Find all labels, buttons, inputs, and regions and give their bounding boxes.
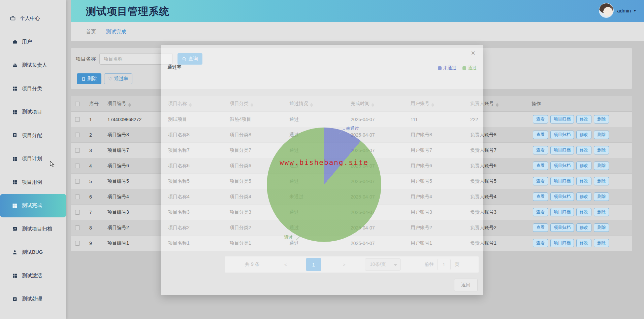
edit-button[interactable]: 修改 [576, 131, 591, 139]
column-header-no[interactable]: 序号 [86, 101, 106, 107]
sidebar-item-test-project[interactable]: 测试项目 [0, 100, 66, 124]
sidebar-item-test-bug[interactable]: 测试BUG [0, 241, 66, 264]
cell-code: 项目编号2 [106, 225, 167, 231]
delete-row-button[interactable]: 删除 [594, 131, 609, 139]
column-header-code[interactable]: 项目编号 [106, 101, 167, 107]
archive-button[interactable]: 项目归档 [550, 223, 574, 232]
pass-rate-modal: × 通过率 未通过 通过 未通过 通过 www.bishebang.site 返… [161, 45, 483, 295]
view-button[interactable]: 查看 [533, 208, 548, 216]
row-actions: 查看项目归档修改删除 [530, 192, 632, 201]
sidebar-item-label: 个人中心 [20, 15, 40, 22]
user-menu[interactable]: admin ▼ [599, 3, 637, 18]
delete-row-button[interactable]: 删除 [594, 146, 609, 154]
row-checkbox[interactable] [75, 179, 80, 184]
archive-button[interactable]: 项目归档 [550, 192, 574, 201]
delete-row-button[interactable]: 删除 [594, 177, 609, 185]
row-checkbox[interactable] [75, 117, 80, 122]
briefcase-icon [12, 63, 18, 68]
delete-row-button[interactable]: 删除 [594, 208, 609, 216]
edit-button[interactable]: 修改 [576, 162, 591, 170]
legend-item-pass[interactable]: 通过 [462, 65, 477, 71]
delete-row-button[interactable]: 删除 [594, 115, 609, 123]
sidebar-item-test-handle[interactable]: 测试处理 [0, 287, 66, 311]
close-icon[interactable]: × [471, 49, 475, 57]
cell-code: 项目编号3 [106, 209, 167, 215]
row-checkbox[interactable] [75, 241, 80, 246]
sort-icon[interactable] [128, 103, 131, 107]
back-button[interactable]: 返回 [454, 279, 478, 291]
view-button[interactable]: 查看 [533, 239, 548, 247]
sidebar-item-label: 测试处理 [22, 296, 42, 302]
edit-button[interactable]: 修改 [576, 208, 591, 216]
clipboard-icon [12, 133, 18, 138]
search-label: 项目名称 [76, 56, 96, 62]
archive-button[interactable]: 项目归档 [550, 131, 574, 139]
pass-rate-button[interactable]: ♡ 通过率 [104, 73, 132, 84]
view-button[interactable]: 查看 [533, 131, 548, 139]
user-avatar[interactable] [599, 3, 614, 18]
breadcrumb-current[interactable]: 测试完成 [106, 29, 126, 35]
row-checkbox[interactable] [75, 194, 80, 199]
edit-button[interactable]: 修改 [576, 177, 591, 185]
box-x-icon [12, 296, 18, 302]
select-all-checkbox[interactable] [75, 102, 80, 106]
cell-no: 4 [86, 163, 106, 169]
archive-button[interactable]: 项目归档 [550, 239, 574, 247]
top-header: 测试项目管理系统 admin ▼ [71, 0, 644, 22]
view-button[interactable]: 查看 [533, 223, 548, 232]
sidebar-item-personal-center[interactable]: 个人中心 [0, 7, 66, 30]
delete-row-button[interactable]: 删除 [594, 162, 609, 170]
delete-row-button[interactable]: 删除 [594, 223, 609, 232]
row-checkbox[interactable] [75, 148, 80, 153]
cell-no: 5 [86, 179, 106, 184]
view-button[interactable]: 查看 [533, 162, 548, 170]
sidebar-item-test-complete[interactable]: 测试完成 [0, 194, 66, 217]
edit-button[interactable]: 修改 [576, 192, 591, 201]
sidebar-item-project-category[interactable]: 项目分类 [0, 77, 66, 101]
sidebar-item-users[interactable]: 用户 [0, 30, 66, 54]
chart-icon [12, 226, 18, 232]
cell-no: 7 [86, 210, 106, 215]
cell-no: 2 [86, 132, 106, 138]
sidebar-item-label: 用户 [22, 39, 32, 45]
archive-button[interactable]: 项目归档 [550, 208, 574, 216]
archive-button[interactable]: 项目归档 [550, 146, 574, 154]
sidebar-item-test-activate[interactable]: 测试激活 [0, 264, 66, 288]
view-button[interactable]: 查看 [533, 177, 548, 185]
edit-button[interactable]: 修改 [576, 223, 591, 232]
archive-button[interactable]: 项目归档 [550, 162, 574, 170]
person-icon [12, 250, 18, 255]
archive-button[interactable]: 项目归档 [550, 115, 574, 123]
sidebar-item-test-leader[interactable]: 测试负责人 [0, 54, 66, 77]
delete-row-button[interactable]: 删除 [594, 239, 609, 247]
app-window: 个人中心 用户 测试负责人 项目分类 测试项目 [0, 0, 644, 319]
row-checkbox[interactable] [75, 210, 80, 215]
view-button[interactable]: 查看 [533, 115, 548, 123]
row-checkbox[interactable] [75, 133, 80, 137]
cell-code: 项目编号8 [106, 132, 167, 138]
sidebar-item-project-case[interactable]: 项目用例 [0, 171, 66, 194]
user-name: admin [617, 8, 631, 13]
view-button[interactable]: 查看 [533, 146, 548, 154]
delete-row-button[interactable]: 删除 [594, 192, 609, 201]
cell-code: 项目编号1 [106, 240, 167, 246]
edit-button[interactable]: 修改 [576, 146, 591, 154]
view-button[interactable]: 查看 [533, 192, 548, 201]
breadcrumb-home[interactable]: 首页 [86, 29, 96, 35]
sidebar-item-test-archive[interactable]: 测试项目归档 [0, 217, 66, 241]
pass-rate-pie-chart[interactable] [267, 128, 381, 242]
sidebar-item-project-assign[interactable]: 项目分配 [0, 124, 66, 147]
sidebar-item-project-plan[interactable]: 项目计划 [0, 147, 66, 171]
sidebar-item-label: 测试项目归档 [22, 226, 52, 232]
delete-button[interactable]: 删除 [77, 73, 101, 84]
sort-icon[interactable] [496, 103, 498, 107]
edit-button[interactable]: 修改 [576, 115, 591, 123]
archive-button[interactable]: 项目归档 [550, 177, 574, 185]
cell-no: 9 [86, 241, 106, 246]
trash-icon [82, 77, 86, 81]
row-checkbox[interactable] [75, 164, 80, 168]
edit-button[interactable]: 修改 [576, 239, 591, 247]
legend-item-fail[interactable]: 未通过 [438, 65, 456, 71]
row-checkbox[interactable] [75, 225, 80, 230]
heart-icon: ♡ [108, 76, 112, 81]
